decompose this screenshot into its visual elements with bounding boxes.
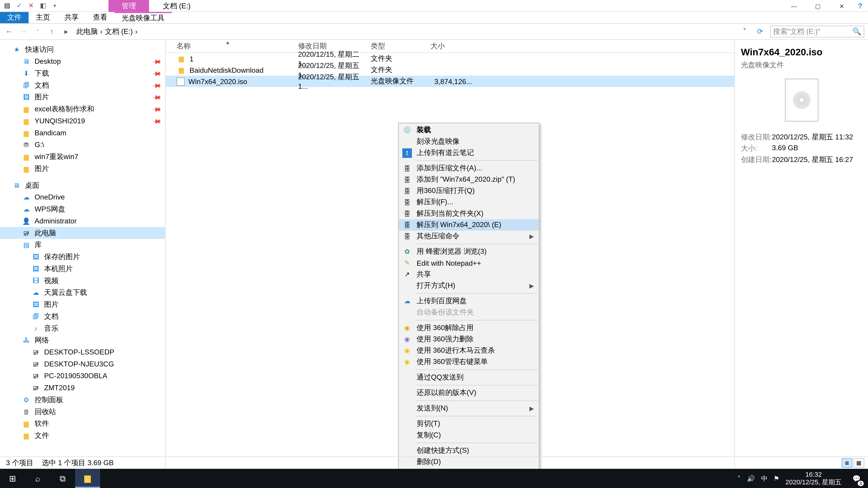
tree-pc-2[interactable]: 🖳DESKTOP-NJEU3CG <box>0 358 165 370</box>
nav-forward-button[interactable]: → <box>18 27 29 36</box>
nav-back-button[interactable]: ← <box>4 27 14 36</box>
tree-wps[interactable]: ☁WPS网盘 <box>0 203 165 215</box>
ctx-shortcut[interactable]: 创建快捷方式(S) <box>399 445 539 456</box>
breadcrumb-pc-icon[interactable]: ▸ <box>61 27 71 36</box>
ctx-open-360[interactable]: 🗄用360压缩打开(Q) <box>399 185 539 197</box>
tree-docs-lib[interactable]: 🗐文档 <box>0 311 165 322</box>
qat-properties-icon[interactable]: ◧ <box>38 1 48 10</box>
ctx-360-trojan[interactable]: ◉使用 360进行木马云查杀 <box>399 345 539 356</box>
tray-volume-icon[interactable]: 🔊 <box>747 475 755 482</box>
tree-pictures[interactable]: 🖼图片📌 <box>0 91 165 103</box>
tree-network[interactable]: 🖧网络 <box>0 334 165 346</box>
ctx-restore-prev[interactable]: 还原以前的版本(V) <box>399 387 539 398</box>
ribbon-tab-home[interactable]: 主页 <box>29 12 57 23</box>
tray-ime-indicator[interactable]: 中 <box>761 474 768 483</box>
tree-quick-access[interactable]: ★快速访问 <box>0 43 165 56</box>
ctx-notepadpp[interactable]: ✎Edit with Notepad++ <box>399 257 539 269</box>
tree-control-panel[interactable]: ⚙控制面板 <box>0 394 165 406</box>
close-button[interactable]: ✕ <box>830 0 854 12</box>
ctx-extract-here[interactable]: 🗄解压到当前文件夹(X) <box>399 208 539 219</box>
ctx-360-unlock[interactable]: ◉使用 360解除占用 <box>399 322 539 334</box>
refresh-button[interactable]: ⟳ <box>753 27 767 36</box>
qat-close-icon[interactable]: ✕ <box>26 1 36 10</box>
breadcrumb-thispc[interactable]: 此电脑 <box>75 26 99 37</box>
ribbon-tab-file[interactable]: 文件 <box>0 12 29 23</box>
ribbon-tab-view[interactable]: 查看 <box>86 12 115 23</box>
notification-center-button[interactable]: 💬3 <box>848 469 866 488</box>
tree-local-pictures[interactable]: 🖼本机照片 <box>0 263 165 275</box>
breadcrumb-drive[interactable]: 文档 (E:) <box>104 26 134 37</box>
tree-libraries[interactable]: ▤库 <box>0 239 165 251</box>
address-history-dropdown[interactable]: ˅ <box>739 27 750 36</box>
tree-recycle-bin[interactable]: 🗑回收站 <box>0 406 165 418</box>
tree-excel-folder[interactable]: ▆excel表格制作求和📌 <box>0 103 165 115</box>
ctx-youdao[interactable]: ↥上传到有道云笔记 <box>399 147 539 158</box>
ctx-extract-named[interactable]: 🗄解压到 Win7x64_2020\ (E) <box>399 219 539 230</box>
ctx-qq-send[interactable]: 通过QQ发送到 <box>399 372 539 383</box>
ribbon-tab-discimage[interactable]: 光盘映像工具 <box>114 12 172 23</box>
column-type[interactable]: 类型 <box>371 41 430 51</box>
minimize-button[interactable]: — <box>782 0 806 12</box>
nav-up-button[interactable]: ↑ <box>46 27 57 36</box>
file-row-selected[interactable]: Win7x64_2020.iso 2020/12/25, 星期五 1... 光盘… <box>166 76 735 87</box>
tree-videos[interactable]: 🎞视频 <box>0 275 165 287</box>
tree-downloads[interactable]: ⬇下载📌 <box>0 67 165 79</box>
file-row[interactable]: ▆1 2020/12/15, 星期二 1... 文件夹 <box>166 53 735 64</box>
column-size[interactable]: 大小 <box>430 41 492 51</box>
tray-overflow-button[interactable]: ˄ <box>737 475 741 482</box>
view-thumbnails-button[interactable]: ▦ <box>854 458 864 468</box>
search-input[interactable]: 搜索"文档 (E:)" 🔍 <box>770 26 864 37</box>
tree-administrator[interactable]: 👤Administrator <box>0 215 165 227</box>
ctx-add-archive[interactable]: 🗄添加到压缩文件(A)... <box>399 163 539 174</box>
breadcrumb[interactable]: 此电脑 › 文档 (E:) › <box>75 26 137 37</box>
ctx-burn[interactable]: 刻录光盘映像 <box>399 136 539 147</box>
column-header-row[interactable]: 名称▲ 修改日期 类型 大小 <box>166 40 735 53</box>
task-view-button[interactable]: ⧉ <box>50 469 75 488</box>
column-name[interactable]: 名称▲ <box>166 41 298 51</box>
file-row[interactable]: ▆BaiduNetdiskDownload 2020/12/25, 星期五 1.… <box>166 64 735 76</box>
ctx-extract-to[interactable]: 🗄解压到(F)... <box>399 197 539 208</box>
ribbon-tab-share[interactable]: 共享 <box>57 12 86 23</box>
ctx-other-compress[interactable]: 🗄其他压缩命令▶ <box>399 231 539 242</box>
tree-onedrive[interactable]: ☁OneDrive <box>0 191 165 203</box>
tree-desktop-group[interactable]: 🖥桌面 <box>0 180 165 191</box>
ctx-mount[interactable]: 💿装载 <box>399 125 539 136</box>
tree-files[interactable]: ▆文件 <box>0 429 165 442</box>
taskbar-explorer-button[interactable]: ▆ <box>75 469 100 488</box>
ctx-share[interactable]: ↗共享 <box>399 269 539 280</box>
tray-clock[interactable]: 16:32 2020/12/25, 星期五 <box>785 470 842 486</box>
tree-pc-1[interactable]: 🖳DESKTOP-LSSOEDP <box>0 346 165 358</box>
file-list[interactable]: 名称▲ 修改日期 类型 大小 ▆1 2020/12/15, 星期二 1... 文… <box>166 40 735 468</box>
tree-pc-4[interactable]: 🖳ZMT2019 <box>0 382 165 394</box>
ctx-cut[interactable]: 剪切(T) <box>399 418 539 429</box>
navigation-pane[interactable]: ★快速访问 🖥Desktop📌 ⬇下载📌 🗐文档📌 🖼图片📌 ▆excel表格制… <box>0 40 166 468</box>
tree-win7reinstall[interactable]: ▆win7重装win7 <box>0 151 165 163</box>
ctx-add-zip[interactable]: 🗄添加到 "Win7x64_2020.zip" (T) <box>399 174 539 185</box>
tree-bandicam[interactable]: ▆Bandicam <box>0 127 165 139</box>
help-button[interactable]: ? <box>854 0 867 12</box>
view-details-button[interactable]: ≣ <box>842 458 852 468</box>
ctx-baidu-upload[interactable]: ☁上传到百度网盘 <box>399 295 539 307</box>
nav-recent-dropdown[interactable]: ˅ <box>32 29 43 34</box>
ctx-copy[interactable]: 复制(C) <box>399 429 539 441</box>
tree-yunqishi[interactable]: ▆YUNQISHI2019📌 <box>0 115 165 127</box>
tree-desktop[interactable]: 🖥Desktop📌 <box>0 55 165 67</box>
qat-dropdown-icon[interactable]: ▾ <box>50 1 60 10</box>
tree-tianyi[interactable]: ☁天翼云盘下载 <box>0 287 165 298</box>
maximize-button[interactable]: ▢ <box>806 0 830 12</box>
tree-documents[interactable]: 🗐文档📌 <box>0 79 165 91</box>
qat-save-icon[interactable]: ✓ <box>14 1 24 10</box>
tree-gdrive[interactable]: ⛃G:\ <box>0 139 165 151</box>
tree-saved-pictures[interactable]: 🖼保存的图片 <box>0 251 165 263</box>
search-button[interactable]: ⌕ <box>25 469 50 488</box>
ctx-360-ctxmgr[interactable]: ◉使用 360管理右键菜单 <box>399 356 539 367</box>
tree-pictures-lib[interactable]: 🖼图片 <box>0 298 165 311</box>
ctx-360-force-delete[interactable]: ◉使用 360强力删除 <box>399 334 539 345</box>
ctx-send-to[interactable]: 发送到(N)▶ <box>399 403 539 414</box>
tree-software[interactable]: ▆软件 <box>0 418 165 430</box>
tree-music-lib[interactable]: ♪音乐 <box>0 322 165 334</box>
ctx-bee-browser[interactable]: ✿用 蜂蜜浏览器 浏览(3) <box>399 246 539 257</box>
start-button[interactable]: ⊞ <box>0 469 25 488</box>
tree-thispc[interactable]: 🖳此电脑 <box>0 227 165 239</box>
tree-pictures-2[interactable]: ▆图片 <box>0 163 165 175</box>
